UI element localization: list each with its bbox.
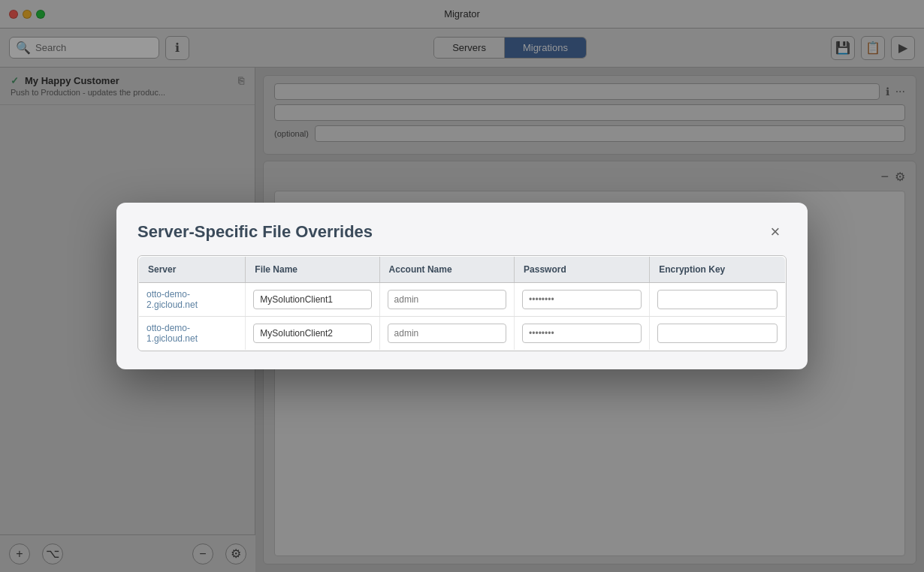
table-header: Server File Name Account Name Password E… (139, 257, 786, 283)
encryption-key-input-2[interactable] (657, 324, 778, 343)
encryption-key-cell-2[interactable] (650, 317, 786, 351)
table-row: otto-demo-2.gicloud.net (139, 283, 786, 317)
encryption-key-cell-1[interactable] (650, 283, 786, 317)
account-name-input-2[interactable] (388, 324, 507, 343)
server-name-1: otto-demo-2.gicloud.net (139, 283, 246, 317)
table-scroll-wrapper[interactable]: Server File Name Account Name Password E… (137, 255, 787, 351)
server-name-2: otto-demo-1.gicloud.net (139, 317, 246, 351)
override-table: Server File Name Account Name Password E… (138, 256, 786, 351)
password-cell-2[interactable] (515, 317, 650, 351)
encryption-key-input-1[interactable] (657, 290, 778, 309)
table-body: otto-demo-2.gicloud.net (139, 283, 786, 351)
col-password: Password (515, 257, 650, 283)
account-name-cell-1[interactable] (379, 283, 515, 317)
password-input-2[interactable] (522, 324, 642, 343)
col-encryptionkey: Encryption Key (650, 257, 786, 283)
modal-header: Server-Specific File Overrides × (116, 203, 808, 255)
modal-overlay: Server-Specific File Overrides × Server … (0, 0, 924, 572)
modal-body: Server File Name Account Name Password E… (116, 255, 808, 369)
col-server: Server (139, 257, 246, 283)
file-name-cell-1[interactable] (246, 283, 379, 317)
file-name-input-1[interactable] (253, 290, 371, 309)
col-accountname: Account Name (379, 257, 515, 283)
account-name-input-1[interactable] (388, 290, 507, 309)
file-name-input-2[interactable] (253, 324, 371, 343)
modal-title: Server-Specific File Overrides (137, 222, 373, 242)
table-row: otto-demo-1.gicloud.net (139, 317, 786, 351)
password-cell-1[interactable] (515, 283, 650, 317)
password-input-1[interactable] (522, 290, 642, 309)
modal-close-button[interactable]: × (764, 221, 787, 243)
account-name-cell-2[interactable] (379, 317, 515, 351)
file-name-cell-2[interactable] (246, 317, 379, 351)
col-filename: File Name (246, 257, 379, 283)
modal-dialog: Server-Specific File Overrides × Server … (116, 203, 808, 369)
